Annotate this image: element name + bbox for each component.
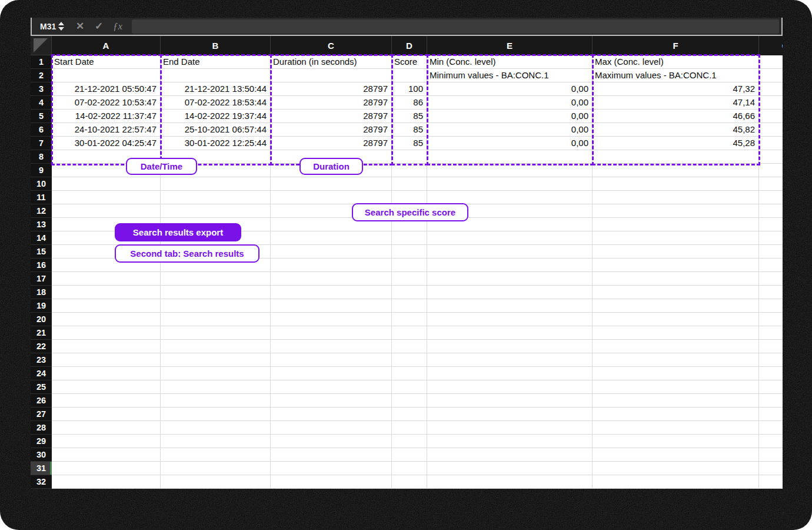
cell-B32[interactable] [161,475,271,489]
cell-E26[interactable] [427,394,593,408]
cell-D27[interactable] [392,408,427,421]
cell-A7[interactable]: 30-01-2022 04:25:47 [52,137,161,150]
cell-A32[interactable] [52,475,161,489]
cell-A25[interactable] [52,380,161,394]
cell-D7[interactable]: 85 [392,137,427,150]
cell-B22[interactable] [161,340,271,353]
cell-F28[interactable] [593,421,759,435]
cell-G27[interactable] [759,408,783,421]
cell-A3[interactable]: 21-12-2021 05:50:47 [52,82,161,96]
cell-E8[interactable] [427,150,593,164]
cell-B19[interactable] [161,299,271,313]
row-header-9[interactable]: 9 [31,164,52,177]
cell-F19[interactable] [593,299,759,313]
cell-B12[interactable] [161,204,271,218]
cell-F15[interactable] [593,245,759,259]
cell-G20[interactable] [759,313,783,326]
cell-A24[interactable] [52,367,161,380]
row-header-19[interactable]: 19 [31,299,52,313]
cell-C11[interactable] [271,191,392,204]
cell-C2[interactable] [271,69,392,82]
insert-function-icon[interactable]: ƒx [108,21,127,32]
cell-G14[interactable] [759,231,783,245]
cell-D2[interactable] [392,69,427,82]
cell-D25[interactable] [392,380,427,394]
row-header-14[interactable]: 14 [31,231,52,245]
cell-E3[interactable]: 0,00 [427,82,593,96]
cell-C16[interactable] [271,259,392,272]
cell-B31[interactable] [161,462,271,475]
cell-E21[interactable] [427,326,593,340]
cell-A4[interactable]: 07-02-2022 10:53:47 [52,96,161,110]
cell-F31[interactable] [593,462,759,475]
cell-D23[interactable] [392,353,427,367]
cell-B3[interactable]: 21-12-2021 13:50:44 [161,82,271,96]
cell-B17[interactable] [161,272,271,286]
cell-E28[interactable] [427,421,593,435]
row-header-11[interactable]: 11 [31,191,52,204]
cancel-icon[interactable]: ✕ [71,20,89,32]
row-header-7[interactable]: 7 [31,137,52,150]
cell-F25[interactable] [593,380,759,394]
cell-E2[interactable]: Minimum values - BA:CONC.1 [427,69,593,82]
row-header-24[interactable]: 24 [31,367,52,380]
row-header-26[interactable]: 26 [31,394,52,408]
cell-E22[interactable] [427,340,593,353]
cell-G13[interactable] [759,218,783,231]
cell-F5[interactable]: 46,66 [593,110,759,123]
cell-D32[interactable] [392,475,427,489]
cell-A26[interactable] [52,394,161,408]
cell-F6[interactable]: 45,82 [593,123,759,137]
column-header-G[interactable]: G [759,36,783,55]
second-tab-search-results-button[interactable]: Second tab: Search results [115,244,259,263]
cell-B18[interactable] [161,286,271,299]
cell-D10[interactable] [392,177,427,191]
cell-C31[interactable] [271,462,392,475]
cell-F23[interactable] [593,353,759,367]
cell-E25[interactable] [427,380,593,394]
cell-G23[interactable] [759,353,783,367]
cell-B29[interactable] [161,435,271,448]
cell-A11[interactable] [52,191,161,204]
row-header-31[interactable]: 31 [31,462,52,475]
column-header-F[interactable]: F [593,36,759,55]
cell-C27[interactable] [271,408,392,421]
cell-G7[interactable] [759,137,783,150]
row-header-16[interactable]: 16 [31,259,52,272]
row-header-18[interactable]: 18 [31,286,52,299]
cell-G1[interactable] [759,55,783,69]
cell-C4[interactable]: 28797 [271,96,392,110]
cell-B27[interactable] [161,408,271,421]
cell-D9[interactable] [392,164,427,177]
cell-E11[interactable] [427,191,593,204]
name-box-spinner[interactable] [58,22,64,31]
cell-G17[interactable] [759,272,783,286]
cell-A17[interactable] [52,272,161,286]
cell-G32[interactable] [759,475,783,489]
cell-A5[interactable]: 14-02-2022 11:37:47 [52,110,161,123]
cell-D16[interactable] [392,259,427,272]
cell-D17[interactable] [392,272,427,286]
cell-C5[interactable]: 28797 [271,110,392,123]
cell-A28[interactable] [52,421,161,435]
cell-F7[interactable]: 45,28 [593,137,759,150]
cell-C23[interactable] [271,353,392,367]
search-specific-score-button[interactable]: Search specific score [352,203,468,221]
cell-F11[interactable] [593,191,759,204]
cell-C6[interactable]: 28797 [271,123,392,137]
row-header-10[interactable]: 10 [31,177,52,191]
cell-E20[interactable] [427,313,593,326]
cell-D22[interactable] [392,340,427,353]
formula-bar-input[interactable] [132,19,779,34]
cell-E16[interactable] [427,259,593,272]
cell-E4[interactable]: 0,00 [427,96,593,110]
cell-D24[interactable] [392,367,427,380]
cell-D31[interactable] [392,462,427,475]
cell-G19[interactable] [759,299,783,313]
cell-A27[interactable] [52,408,161,421]
cell-G30[interactable] [759,448,783,462]
cell-B6[interactable]: 25-10-2021 06:57:44 [161,123,271,137]
cell-F10[interactable] [593,177,759,191]
row-header-8[interactable]: 8 [31,150,52,164]
row-header-20[interactable]: 20 [31,313,52,326]
